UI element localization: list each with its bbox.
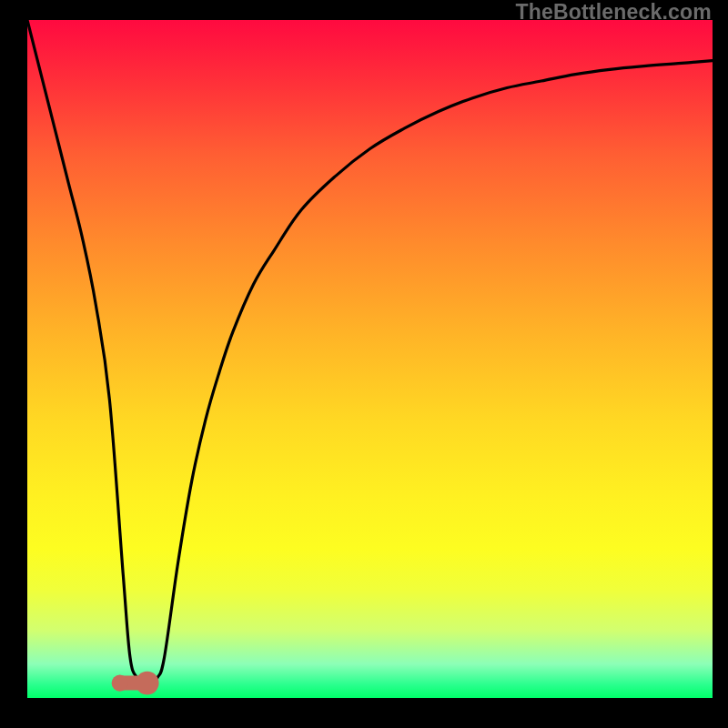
chart-frame: TheBottleneck.com (0, 0, 728, 728)
plot-area (27, 20, 713, 698)
curve-layer (27, 20, 713, 698)
marker-point-a (112, 675, 128, 692)
bottleneck-curve (27, 20, 713, 685)
marker-point-b (136, 672, 159, 695)
